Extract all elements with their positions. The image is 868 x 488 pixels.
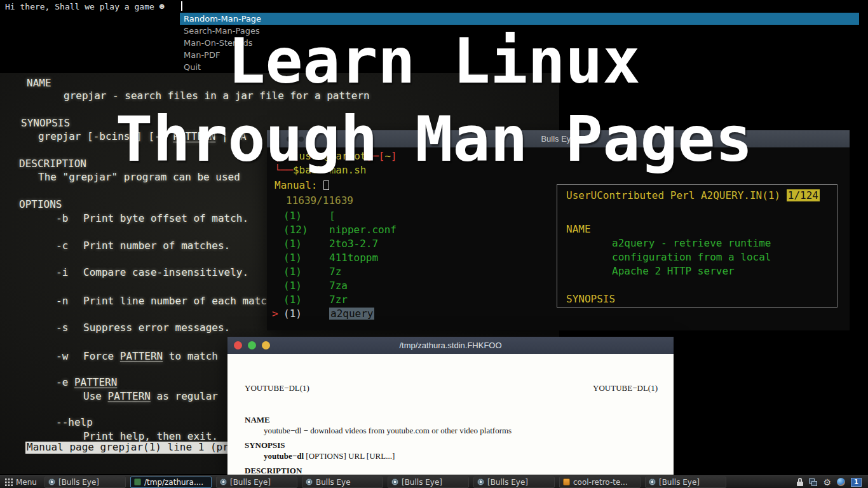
bullseye-icon <box>220 478 227 485</box>
shell-prompt-line2: └──$bash man.sh <box>275 165 367 175</box>
task-bulls-eye-3[interactable]: Bulls Eye <box>302 477 383 488</box>
ytdl-synopsis-heading: SYNOPSIS <box>245 440 285 450</box>
task-bulls-eye-2[interactable]: [Bulls Eye] <box>216 477 297 488</box>
task-zathura[interactable]: /tmp/zathura.... <box>130 477 212 488</box>
bullseye-icon <box>649 478 656 485</box>
bullseye-icon <box>48 478 55 485</box>
fzf-terminal-body[interactable]: ┌──[user@parrot]─[~] └──$bash man.sh Man… <box>267 147 850 330</box>
man-option-w: -wForce PATTERN to match <box>56 351 218 362</box>
bullseye-window: Bulls Eye ┌──[user@parrot]─[~] └──$bash … <box>267 130 850 330</box>
ytdl-name-heading: NAME <box>245 415 270 424</box>
text-cursor <box>181 1 182 11</box>
man-option-help: --help <box>56 417 93 428</box>
task-bulls-eye-1[interactable]: [Bulls Eye] <box>44 477 126 488</box>
manpage-header-right: YOUTUBE−DL(1) <box>593 383 658 393</box>
workspace-pager[interactable]: 1 <box>851 478 862 487</box>
fzf-result-row[interactable]: (1)7z <box>283 267 341 277</box>
zathura-document[interactable]: YOUTUBE−DL(1) YOUTUBE−DL(1) NAME youtube… <box>227 354 674 475</box>
minimize-button[interactable] <box>262 341 270 349</box>
man-options-heading: OPTIONS <box>19 200 62 210</box>
fzf-result-row[interactable]: (1)7za <box>283 281 348 291</box>
zathura-titlebar[interactable]: /tmp/zathura.stdin.FHKFOO <box>227 337 674 354</box>
man-option-e-desc: Use PATTERN as regular <box>83 391 218 402</box>
gear-icon[interactable]: ⚙ <box>823 478 831 487</box>
manpage-header-row: YOUTUBE−DL(1) YOUTUBE−DL(1) <box>245 383 658 393</box>
manpage-header-left: YOUTUBE−DL(1) <box>245 383 309 393</box>
window-title: /tmp/zathura.stdin.FHKFOO <box>399 341 501 350</box>
fzf-pointer-icon: > <box>272 309 283 319</box>
ytdl-name-body: youtube−dl − download videos from youtub… <box>264 426 512 435</box>
fzf-selected-row[interactable]: >(1)a2query <box>272 309 374 319</box>
fzf-query-line[interactable]: Manual: <box>275 180 329 191</box>
preview-page-indicator: 1/124 <box>787 189 820 201</box>
man-name-heading: NAME <box>27 78 51 88</box>
bullseye-icon <box>477 478 484 485</box>
menu-label: Menu <box>16 478 37 487</box>
man-option-s: -sSuppress error messages. <box>56 323 230 333</box>
bullseye-icon <box>391 478 398 485</box>
traffic-light-buttons <box>234 341 270 349</box>
lock-icon[interactable] <box>797 478 803 486</box>
man-option-e: -e PATTERN <box>56 377 117 388</box>
ytdl-synopsis-body: youtube−dl [OPTIONS] URL [URL...] <box>264 451 395 461</box>
taskbar-menu-button[interactable]: Menu <box>0 476 44 488</box>
man-script-menu: Random-Man-Page Search-Man-Pages Man-On-… <box>180 13 859 73</box>
man-option-b: -bPrint byte offset of match. <box>56 214 248 224</box>
menu-item-man-on-steroids[interactable]: Man-On-Steroids <box>180 37 859 49</box>
man-description-body: The "grepjar" program can be used <box>38 172 240 182</box>
man-description-heading: DESCRIPTION <box>19 159 86 169</box>
firefox-icon[interactable] <box>837 478 845 486</box>
menu-item-random-man-page[interactable]: Random-Man-Page <box>180 13 859 25</box>
man-option-c: -cPrint number of matches. <box>56 241 230 251</box>
fzf-result-row[interactable]: (12)nipper.conf <box>283 225 397 235</box>
man-option-n: -nPrint line number of each matc <box>56 296 267 306</box>
terminal-cursor <box>323 180 329 190</box>
fzf-match-counter: 11639/11639 <box>286 196 353 206</box>
bullseye-titlebar[interactable]: Bulls Eye <box>267 130 850 147</box>
close-button[interactable] <box>234 341 242 349</box>
taskbar: Menu [Bulls Eye] /tmp/zathura.... [Bulls… <box>0 475 868 488</box>
menu-item-search-man-pages[interactable]: Search-Man-Pages <box>180 25 859 37</box>
fzf-preview-panel: UserUContributed Perl A2QUERY.IN(1) 1/12… <box>557 184 837 308</box>
task-cool-retro-term[interactable]: cool-retro-te... <box>559 477 641 488</box>
maximize-button[interactable] <box>248 341 256 349</box>
task-bulls-eye-4[interactable]: [Bulls Eye] <box>388 477 469 488</box>
preview-name-line: configuration from a local <box>612 252 771 262</box>
preview-name-heading: NAME <box>566 224 591 234</box>
menu-item-man-pdf[interactable]: Man-PDF <box>180 49 859 61</box>
preview-name-line: a2query - retrieve runtime <box>612 238 771 248</box>
man-synopsis-heading: SYNOPSIS <box>21 118 70 128</box>
fzf-result-row[interactable]: (1)[ <box>283 211 336 221</box>
fzf-result-row[interactable]: (1)2to3-2.7 <box>283 239 378 249</box>
windows-stack-icon[interactable] <box>809 478 817 486</box>
window-control-dots[interactable] <box>275 137 304 142</box>
task-bulls-eye-5[interactable]: [Bulls Eye] <box>473 477 555 488</box>
man-synopsis-body: grepjar [-bcinsw] [-e PATTERN | PA <box>38 132 247 142</box>
man-name-body: grepjar - search files in a jar file for… <box>64 91 370 101</box>
fzf-result-row[interactable]: (1)411toppm <box>283 253 378 263</box>
menu-item-quit[interactable]: Quit <box>180 61 859 73</box>
shell-prompt-line1: ┌──[user@parrot]─[~] <box>275 151 397 161</box>
task-bulls-eye-6[interactable]: [Bulls Eye] <box>645 477 726 488</box>
window-title: Bulls Eye <box>541 134 575 144</box>
ytdl-description-heading: DESCRIPTION <box>245 466 302 475</box>
desktop: NAME grepjar - search files in a jar fil… <box>0 0 868 488</box>
fzf-result-row[interactable]: (1)7zr <box>283 295 348 305</box>
system-tray: ⚙ 1 <box>797 478 868 487</box>
cool-retro-term-icon <box>563 478 570 485</box>
bullseye-icon <box>306 478 313 485</box>
greeting-message: Hi there, Shall we play a game ☻ <box>5 2 164 11</box>
preview-name-line: Apache 2 HTTP server <box>612 266 735 276</box>
man-pager-status-bar: Manual page grepjar(1) line 1 (pr <box>25 442 234 454</box>
zathura-window: /tmp/zathura.stdin.FHKFOO YOUTUBE−DL(1) … <box>227 337 674 475</box>
zathura-icon <box>134 478 141 485</box>
man-option-help-desc: Print help, then exit. <box>83 431 218 442</box>
preview-synopsis-heading: SYNOPSIS <box>566 294 615 304</box>
menu-grid-icon <box>5 478 13 486</box>
man-option-i: -iCompare case-insensitively. <box>56 268 248 278</box>
preview-header: UserUContributed Perl A2QUERY.IN(1) 1/12… <box>566 191 820 201</box>
